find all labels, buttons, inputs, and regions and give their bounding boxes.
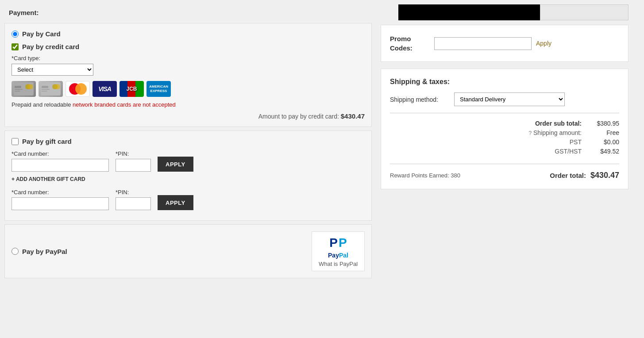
- shipping-amount-value: Free: [588, 129, 619, 136]
- order-total-section: Order total: $430.47: [550, 171, 619, 180]
- visa-logo: VISA: [93, 81, 117, 97]
- gift-card-row-1: *Card number: *PIN: APPLY: [12, 150, 365, 172]
- order-total-label: Order total:: [550, 172, 586, 179]
- svg-point-5: [28, 84, 33, 89]
- what-is-paypal-link[interactable]: What is PayPal: [319, 261, 358, 267]
- pst-row: PST $0.00: [390, 138, 619, 146]
- amount-value: $430.47: [341, 112, 365, 120]
- paypal-brand-text: PayPal: [328, 252, 348, 259]
- amount-to-pay-row: Amount to pay by credit card: $430.47: [12, 112, 365, 120]
- top-bar: [381, 4, 629, 20]
- shipping-amount-row: ? Shipping amount: Free: [390, 129, 619, 136]
- svg-rect-3: [15, 91, 20, 92]
- divider-1: [390, 113, 619, 113]
- card-number-input-1[interactable]: [12, 159, 109, 172]
- pay-by-gift-card-label: Pay by gift card: [22, 138, 72, 145]
- shipping-method-select[interactable]: Standard Delivery Express Delivery: [454, 92, 565, 106]
- card-number-group-2: *Card number:: [12, 189, 109, 210]
- card-number-label-2: *Card number:: [12, 189, 109, 196]
- subtotal-value: $380.95: [588, 120, 619, 127]
- card-type-select[interactable]: Select Visa Mastercard Amex JCB: [12, 64, 93, 76]
- divider-2: [390, 164, 619, 164]
- pay-by-gift-card-section: Pay by gift card *Card number: *PIN: APP…: [4, 131, 372, 221]
- reward-points-section: Reward Points Earned: 380: [390, 172, 460, 179]
- shipping-help-icon[interactable]: ?: [528, 130, 532, 136]
- subtotal-row: Order sub total: $380.95: [390, 120, 619, 127]
- promo-codes-label: PromoCodes:: [390, 34, 430, 53]
- promo-codes-box: PromoCodes: Apply: [381, 25, 629, 62]
- svg-rect-2: [15, 89, 23, 90]
- order-total-value: $430.47: [590, 171, 619, 180]
- pay-by-credit-card-label: Pay by credit card: [22, 43, 79, 50]
- card-number-input-2[interactable]: [12, 197, 109, 210]
- pay-by-card-section: Pay by Card Pay by credit card *Card typ…: [4, 23, 372, 127]
- shipping-method-label: Shipping method:: [390, 96, 447, 103]
- top-bar-light: [540, 4, 629, 20]
- pin-label-1: *PIN:: [116, 150, 151, 157]
- promo-code-input[interactable]: [434, 37, 532, 50]
- pay-by-credit-card-checkbox[interactable]: [12, 43, 19, 50]
- card-number-label-1: *Card number:: [12, 150, 109, 157]
- promo-apply-link[interactable]: Apply: [536, 40, 551, 47]
- pin-label-2: *PIN:: [116, 189, 151, 196]
- card-number-group-1: *Card number:: [12, 150, 109, 172]
- pay-by-credit-card-subsection: Pay by credit card *Card type: Select Vi…: [12, 43, 365, 120]
- apply-gift-card-button-2[interactable]: APPLY: [158, 195, 193, 210]
- amount-label: Amount to pay by credit card:: [258, 113, 339, 120]
- svg-point-11: [55, 84, 60, 89]
- reward-order-row: Reward Points Earned: 380 Order total: $…: [390, 169, 619, 180]
- elite-card-logo-1: [12, 81, 36, 97]
- card-logos: VISA JCB AMERICANEXPRESS: [12, 81, 365, 97]
- svg-rect-7: [42, 86, 48, 88]
- pst-value: $0.00: [588, 138, 619, 146]
- gst-hst-label: GST/HST: [502, 148, 582, 155]
- svg-rect-9: [42, 91, 47, 92]
- apply-gift-card-button-1[interactable]: APPLY: [158, 157, 193, 172]
- gst-hst-value: $49.52: [588, 148, 619, 155]
- pin-group-1: *PIN:: [116, 150, 151, 172]
- svg-rect-8: [42, 89, 50, 90]
- pin-input-1[interactable]: [116, 159, 151, 172]
- pay-by-paypal-radio[interactable]: [12, 248, 19, 255]
- shipping-method-row: Shipping method: Standard Delivery Expre…: [390, 92, 619, 106]
- svg-rect-1: [15, 86, 21, 88]
- gift-card-row-2: *Card number: *PIN: APPLY: [12, 189, 365, 210]
- pay-by-card-label: Pay by Card: [22, 30, 61, 38]
- paypal-logo-box: P P PayPal What is PayPal: [312, 231, 365, 271]
- pay-by-paypal-section: Pay by PayPal P P PayPal What is PayPal: [4, 224, 372, 278]
- pay-by-gift-card-checkbox[interactable]: [12, 138, 19, 145]
- top-bar-black: [398, 4, 540, 20]
- pay-by-card-radio[interactable]: [12, 31, 19, 38]
- pin-group-2: *PIN:: [116, 189, 151, 210]
- pin-input-2[interactable]: [116, 197, 151, 210]
- pay-by-paypal-label: Pay by PayPal: [22, 248, 67, 255]
- shipping-amount-label: ? Shipping amount:: [502, 129, 582, 136]
- mastercard-logo: [66, 81, 90, 97]
- subtotal-label: Order sub total:: [502, 120, 582, 127]
- gst-hst-row: GST/HST $49.52: [390, 148, 619, 155]
- shipping-taxes-box: Shipping & taxes: Shipping method: Stand…: [381, 69, 629, 189]
- promo-codes-row: PromoCodes: Apply: [390, 34, 619, 53]
- pst-label: PST: [502, 138, 582, 146]
- add-another-gift-card-link[interactable]: + ADD ANOTHER GIFT CARD: [12, 176, 85, 182]
- paypal-p-icon: P: [329, 236, 338, 250]
- order-totals: Order sub total: $380.95 ? Shipping amou…: [390, 118, 619, 159]
- not-accepted-text: Prepaid and reloadable network branded c…: [12, 101, 365, 108]
- paypal-p2-icon: P: [339, 236, 347, 250]
- amex-logo: AMERICANEXPRESS: [147, 81, 171, 97]
- shipping-taxes-title: Shipping & taxes:: [390, 78, 619, 86]
- card-type-label: *Card type:: [12, 55, 365, 61]
- payment-label: Payment:: [4, 4, 372, 19]
- elite-card-logo-2: [39, 81, 63, 97]
- jcb-logo: JCB: [120, 81, 144, 97]
